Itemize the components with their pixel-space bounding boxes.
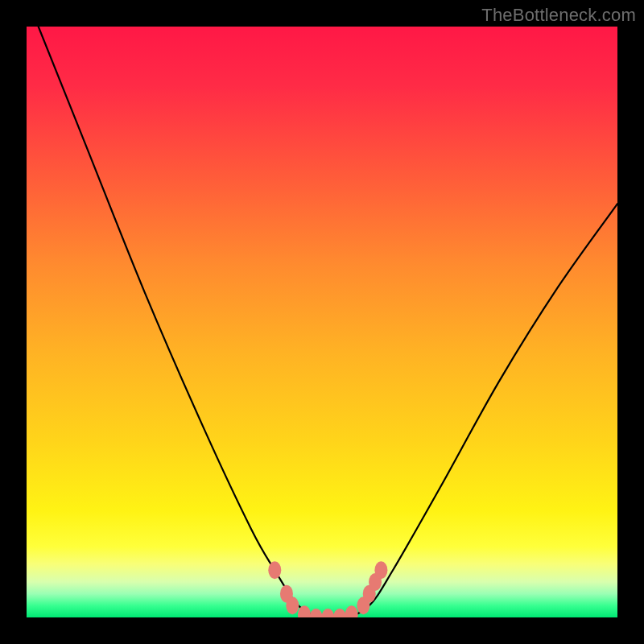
- bottleneck-curve: [39, 27, 617, 617]
- marker-dot: [268, 561, 281, 579]
- marker-dot: [333, 609, 346, 617]
- highlight-dots: [268, 561, 387, 617]
- marker-dot: [345, 605, 358, 617]
- marker-dot: [286, 597, 299, 614]
- curve-layer: [27, 27, 617, 617]
- chart-frame: TheBottleneck.com: [0, 0, 644, 644]
- plot-area: [27, 27, 617, 617]
- watermark-text: TheBottleneck.com: [481, 5, 636, 26]
- marker-dot: [310, 609, 323, 617]
- marker-dot: [321, 609, 334, 617]
- marker-dot: [374, 561, 387, 579]
